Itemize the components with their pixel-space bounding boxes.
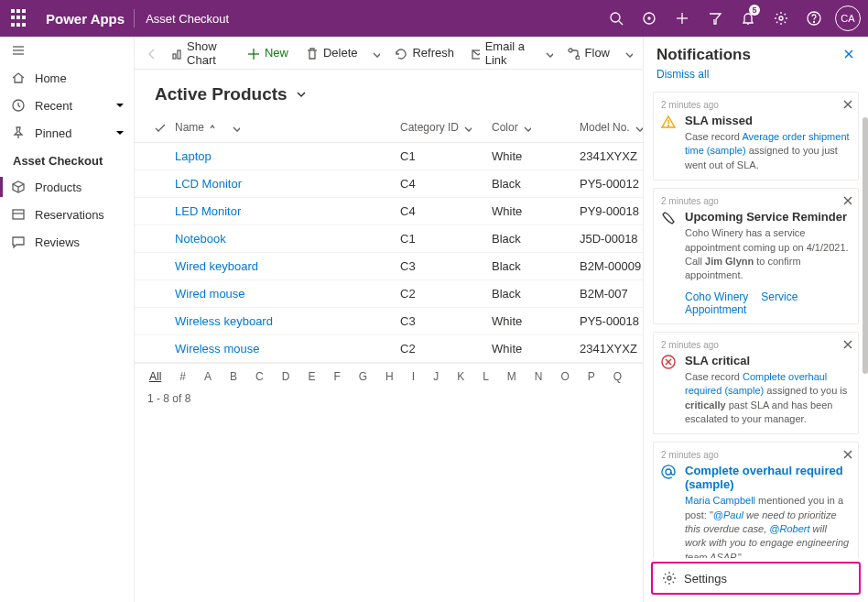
flow-button[interactable]: Flow [559,38,617,68]
notification-card[interactable]: 2 minutes ago SLA missed Case record Ave… [653,92,859,181]
table-row[interactable]: Wired mouseC2BlackB2M-007 [135,280,643,308]
assistant-icon[interactable] [634,0,665,37]
cell-name[interactable]: Notebook [175,232,400,246]
table-row[interactable]: LCD MonitorC4BlackPY5-00012 [135,170,643,198]
notification-body: Case record Complete overhaul required (… [685,370,851,427]
error-icon [661,355,678,374]
view-header[interactable]: Active Products [135,70,643,112]
table-row[interactable]: Wired keyboardC3BlackB2M-00009 [135,253,643,280]
cell-name[interactable]: LCD Monitor [175,177,400,191]
sidebar-item-home[interactable]: Home [0,64,134,92]
search-icon[interactable] [601,0,632,37]
close-panel-button[interactable] [842,48,855,63]
grid-header: Name Category ID Color Model No. [135,112,643,143]
cell-category: C4 [400,204,492,218]
delete-button[interactable]: Delete [298,38,365,68]
alpha-letter[interactable]: D [277,370,296,383]
alpha-letter[interactable]: N [529,370,548,383]
settings-icon[interactable] [765,0,797,37]
column-color[interactable]: Color [492,121,580,134]
cell-model: 2341XYXZ [580,342,643,356]
brand-label: Power Apps [37,11,134,27]
sidebar-section: Asset Checkout [0,147,134,173]
dismiss-notification-button[interactable] [841,98,852,112]
alpha-letter[interactable]: O [556,370,575,383]
table-row[interactable]: LED MonitorC4WhitePY9-00018 [135,198,643,225]
flow-split-button[interactable] [619,38,637,68]
notification-card[interactable]: 2 minutes ago SLA critical Case record C… [653,332,859,435]
sidebar: Home Recent Pinned Asset Checkout Produc… [0,37,135,602]
timestamp: 2 minutes ago [661,450,851,460]
delete-split-button[interactable] [366,38,385,68]
cell-category: C4 [400,177,492,191]
notification-title: SLA missed [685,114,851,127]
action-link[interactable]: Coho Winery [685,290,748,303]
command-bar: Show Chart New Delete Refresh Email a Li… [135,37,643,70]
alpha-letter[interactable]: J [428,370,444,383]
alpha-letter[interactable]: All [144,370,167,383]
cell-name[interactable]: Wireless keyboard [175,314,400,328]
column-category[interactable]: Category ID [400,121,492,134]
alpha-letter[interactable]: F [328,370,345,383]
filter-icon[interactable] [700,0,731,37]
email-split-button[interactable] [539,38,558,68]
alpha-letter[interactable]: K [451,370,470,383]
notification-settings-button[interactable]: Settings [651,562,861,595]
alpha-letter[interactable]: B [224,370,243,383]
sidebar-item-pinned[interactable]: Pinned [0,119,134,147]
cell-name[interactable]: Laptop [175,149,400,163]
notifications-title: Notifications [656,46,842,64]
alpha-letter[interactable]: E [302,370,320,383]
cell-model: 2341XYXZ [580,149,643,163]
dismiss-notification-button[interactable] [841,338,852,352]
sidebar-item-reservations[interactable]: Reservations [0,201,134,228]
notifications-panel: Notifications Dismiss all 2 minutes ago … [643,37,868,602]
app-launcher-icon[interactable] [9,7,31,29]
alpha-letter[interactable]: A [199,370,217,383]
show-chart-button[interactable]: Show Chart [164,38,237,68]
alpha-letter[interactable]: P [582,370,601,383]
sidebar-item-reviews[interactable]: Reviews [0,228,134,256]
cell-name[interactable]: Wireless mouse [175,342,400,356]
cell-name[interactable]: Wired mouse [175,287,400,301]
cell-model: B2M-007 [580,287,643,301]
scrollbar[interactable] [863,117,868,374]
new-button[interactable]: New [239,38,296,68]
app-name: Asset Checkout [134,9,229,27]
alpha-letter[interactable]: Q [608,370,627,383]
alpha-letter[interactable]: L [477,370,494,383]
email-link-button[interactable]: Email a Link [463,38,537,68]
table-row[interactable]: Wireless mouseC2White2341XYXZ [135,335,643,363]
sidebar-item-label: Reservations [35,208,104,222]
alpha-letter[interactable]: H [380,370,399,383]
cell-name[interactable]: LED Monitor [175,204,400,218]
select-all-checkbox[interactable] [144,121,175,134]
table-row[interactable]: Wireless keyboardC3WhitePY5-00018 [135,308,643,335]
alpha-letter[interactable]: M [502,370,522,383]
table-row[interactable]: NotebookC1BlackJ5D-00018 [135,225,643,253]
dismiss-all-link[interactable]: Dismiss all [644,68,868,88]
notification-card[interactable]: 2 minutes ago Complete overhaul required… [653,442,859,558]
refresh-button[interactable]: Refresh [386,38,461,68]
dismiss-notification-button[interactable] [841,448,852,462]
avatar[interactable]: CA [835,5,861,31]
add-icon[interactable] [667,0,698,37]
notifications-icon[interactable]: 5 [732,0,764,37]
user-link[interactable]: Maria Campbell [685,495,755,506]
notification-card[interactable]: 2 minutes ago Upcoming Service Reminder … [653,188,859,324]
warning-icon [661,115,678,134]
help-icon[interactable] [798,0,830,37]
column-name[interactable]: Name [175,121,400,134]
alpha-letter[interactable]: I [407,370,420,383]
alpha-letter[interactable]: C [250,370,269,383]
table-row[interactable]: LaptopC1White2341XYXZ [135,143,643,170]
alpha-letter[interactable]: G [353,370,373,383]
alpha-letter[interactable]: # [174,370,191,383]
hamburger-icon[interactable] [0,37,134,64]
column-model[interactable]: Model No. [580,121,643,134]
dismiss-notification-button[interactable] [841,194,852,208]
sidebar-item-products[interactable]: Products [0,173,134,201]
back-button[interactable] [140,38,162,68]
sidebar-item-recent[interactable]: Recent [0,92,134,119]
cell-name[interactable]: Wired keyboard [175,259,400,273]
